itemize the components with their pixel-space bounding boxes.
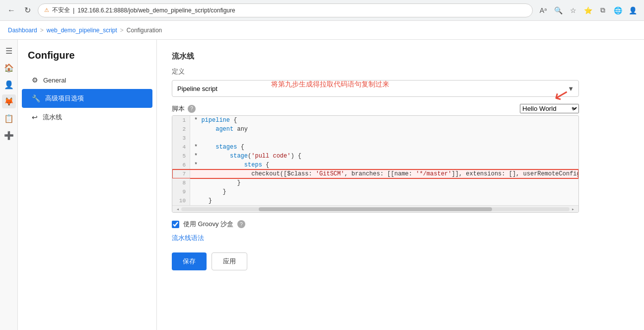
breadcrumb-sep-1: >: [40, 27, 44, 34]
groovy-row: 使用 Groovy 沙盒 ?: [172, 220, 629, 229]
collections-button[interactable]: ⧉: [597, 5, 608, 16]
script-label: 脚本 ?: [172, 104, 196, 113]
line-num-5: 5: [172, 152, 190, 161]
code-editor[interactable]: 1 * pipeline { 2 agent any 3 4 * stage: [172, 115, 579, 213]
sidebar-icon-user[interactable]: 👤: [2, 78, 16, 91]
annotation-text: 将第九步生成得拉取代码语句复制过来: [271, 80, 389, 89]
nav-item-general[interactable]: ⚙ General: [22, 71, 152, 89]
breadcrumb-sep-2: >: [120, 27, 124, 34]
breadcrumb: Dashboard > web_demo_pipeline_script > C…: [0, 21, 644, 40]
nav-label-advanced: 高级项目选项: [45, 94, 84, 103]
code-line-4: 4 * stages {: [172, 143, 578, 152]
script-text: 脚本: [172, 104, 185, 113]
nav-item-pipeline[interactable]: ↩ 流水线: [22, 108, 152, 127]
security-label: 不安全: [52, 6, 70, 14]
read-aloud-button[interactable]: Aᵃ: [538, 5, 549, 16]
line-num-2: 2: [172, 125, 190, 134]
main-content: 流水线 定义 Pipeline script Pipeline script f…: [157, 40, 644, 330]
icon-sidebar: ☰ 🏠 👤 🦊 📋 ➕: [0, 40, 18, 330]
section-title: 流水线: [172, 52, 629, 61]
line-code-8: }: [190, 178, 241, 187]
find-button[interactable]: 🔍: [553, 5, 564, 16]
nav-sidebar: Configure ⚙ General 🔧 高级项目选项 ↩ 流水线: [18, 40, 157, 330]
security-icon: ⚠: [44, 7, 49, 13]
groovy-help-badge[interactable]: ?: [237, 220, 245, 228]
line-code-4: * stages {: [190, 143, 244, 152]
bookmark-button[interactable]: ☆: [568, 5, 578, 16]
sidebar-icon-clipboard[interactable]: 📋: [2, 111, 16, 125]
return-icon: ↩: [32, 113, 38, 121]
code-line-3: 3: [172, 134, 578, 143]
sidebar-icon-menu[interactable]: ☰: [2, 44, 16, 58]
line-code-3: [190, 134, 198, 143]
definition-label: 定义: [172, 67, 629, 76]
url-separator: |: [73, 7, 74, 14]
code-line-9: 9 }: [172, 187, 578, 196]
browser-actions: Aᵃ 🔍 ☆ ⭐ ⧉ 🌐 👤: [538, 5, 638, 16]
save-button[interactable]: 保存: [172, 252, 207, 270]
code-line-7: 7 checkout([$class: 'GitSCM', branches: …: [172, 169, 578, 178]
nav-label-general: General: [43, 77, 66, 84]
line-num-7: 7: [172, 169, 190, 178]
action-buttons: 保存 应用: [172, 252, 629, 270]
line-code-7: checkout([$class: 'GitSCM', branches: [[…: [190, 169, 578, 178]
line-num-10: 10: [172, 196, 190, 205]
hello-world-select[interactable]: Hello World GitHub + Maven: [520, 104, 579, 113]
code-line-10: 10 }: [172, 196, 578, 205]
code-line-5: 5 * stage('pull code') {: [172, 152, 578, 161]
line-num-9: 9: [172, 187, 190, 196]
breadcrumb-dashboard[interactable]: Dashboard: [8, 27, 37, 34]
code-line-2: 2 agent any: [172, 125, 578, 134]
line-code-1: * pipeline {: [190, 116, 237, 125]
nav-label-pipeline: 流水线: [43, 113, 62, 122]
address-bar[interactable]: ⚠ 不安全 | 192.168.6.21:8888/job/web_demo_p…: [38, 3, 533, 17]
scroll-right-icon[interactable]: ▸: [570, 206, 576, 212]
gear-icon: ⚙: [32, 76, 38, 84]
url-text: 192.168.6.21:8888/job/web_demo_pipeline_…: [77, 7, 526, 14]
script-top-row: 脚本 ? Hello World GitHub + Maven ▼: [172, 104, 579, 113]
line-code-6: * steps {: [190, 161, 269, 169]
breadcrumb-project[interactable]: web_demo_pipeline_script: [47, 27, 117, 34]
line-num-4: 4: [172, 143, 190, 152]
line-code-5: * stage('pull code') {: [190, 152, 301, 161]
code-line-1: 1 * pipeline {: [172, 116, 578, 125]
wrench-icon: 🔧: [32, 94, 40, 102]
sidebar-icon-home[interactable]: 🏠: [2, 61, 16, 75]
page-title: Configure: [18, 50, 156, 71]
help-badge[interactable]: ?: [188, 105, 196, 113]
line-num-3: 3: [172, 134, 190, 143]
browser-extension-button[interactable]: 🌐: [612, 5, 623, 16]
code-lines: 1 * pipeline { 2 agent any 3 4 * stage: [172, 116, 578, 205]
back-button[interactable]: ←: [6, 5, 17, 16]
sidebar-icon-add[interactable]: ➕: [2, 128, 16, 142]
refresh-button[interactable]: ↻: [22, 5, 33, 16]
scroll-left-icon[interactable]: ◂: [174, 206, 181, 212]
hello-world-wrapper: Hello World GitHub + Maven ▼: [520, 104, 579, 113]
groovy-sandbox-checkbox[interactable]: [172, 221, 179, 228]
favorites-button[interactable]: ⭐: [582, 5, 593, 16]
line-num-8: 8: [172, 178, 190, 187]
apply-button[interactable]: 应用: [212, 252, 247, 270]
sidebar-icon-fox[interactable]: 🦊: [2, 94, 16, 108]
line-code-9: }: [190, 187, 226, 196]
code-line-8: 8 }: [172, 178, 578, 187]
line-num-6: 6: [172, 161, 190, 169]
profile-button[interactable]: 👤: [627, 5, 638, 16]
groovy-sandbox-label: 使用 Groovy 沙盒: [183, 220, 233, 229]
line-num-1: 1: [172, 116, 190, 125]
app-layout: ☰ 🏠 👤 🦊 📋 ➕ Configure ⚙ General 🔧 高级项目选项…: [0, 40, 644, 330]
line-code-10: }: [190, 196, 212, 205]
browser-chrome: ← ↻ ⚠ 不安全 | 192.168.6.21:8888/job/web_de…: [0, 0, 644, 21]
nav-item-advanced[interactable]: 🔧 高级项目选项: [22, 89, 152, 108]
line-code-2: agent any: [190, 125, 248, 134]
scroll-track: [181, 207, 570, 211]
scroll-thumb: [259, 207, 492, 211]
breadcrumb-current: Configuration: [127, 27, 162, 34]
horizontal-scrollbar[interactable]: ◂ ▸: [172, 205, 578, 212]
code-line-6: 6 * steps {: [172, 161, 578, 169]
pipeline-syntax-link[interactable]: 流水线语法: [172, 234, 204, 243]
